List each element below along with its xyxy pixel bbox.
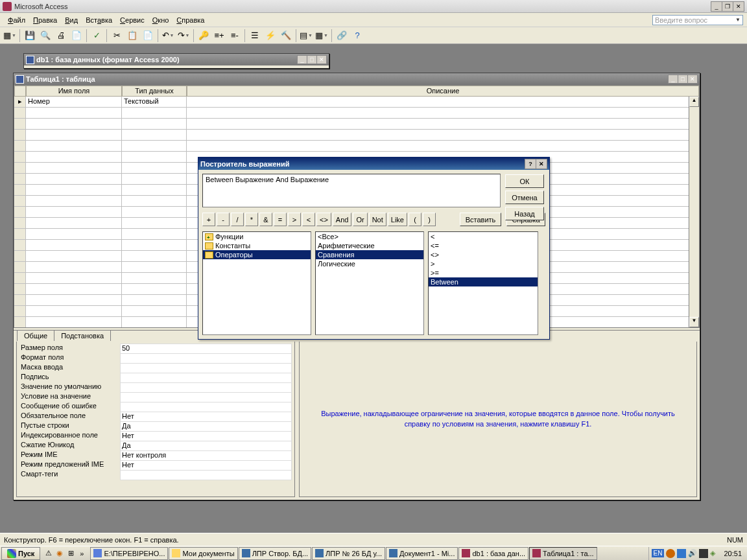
task-button[interactable]: E:\ПЕРЕВІРЕНО...	[90, 547, 168, 560]
field-type-cell[interactable]	[122, 119, 187, 130]
task-button[interactable]: db1 : база дан...	[458, 547, 528, 560]
field-type-cell[interactable]	[122, 229, 187, 240]
property-value[interactable]: Нет контроля	[120, 450, 292, 461]
db-window[interactable]: db1 : база данных (формат Access 2000) _…	[23, 53, 329, 69]
paste-button[interactable]: Вставить	[460, 213, 501, 226]
property-value[interactable]: Нет	[120, 460, 292, 471]
table-titlebar[interactable]: Таблица1 : таблица _ □ ✕	[14, 73, 700, 85]
row-selector[interactable]	[14, 295, 26, 306]
task-button[interactable]: Мои документы	[169, 547, 237, 560]
menu-window[interactable]: Окно	[148, 15, 173, 25]
property-row[interactable]: Пустые строкиДа	[19, 421, 292, 431]
scroll-down-button[interactable]: ▼	[689, 317, 699, 327]
tray-icon-3[interactable]: 🔊	[688, 549, 697, 558]
print-button[interactable]: 🖨	[54, 29, 68, 43]
op-<[interactable]: <	[302, 213, 315, 226]
ql-icon-3[interactable]: ⊞	[65, 548, 76, 559]
field-name-cell[interactable]	[26, 130, 122, 141]
field-name-cell[interactable]	[26, 240, 122, 251]
row-selector[interactable]	[14, 262, 26, 273]
ql-icon-2[interactable]: ◉	[54, 548, 65, 559]
field-name-cell[interactable]	[26, 174, 122, 185]
cut-button[interactable]: ✂	[110, 29, 124, 43]
field-desc-cell[interactable]	[187, 119, 699, 130]
list-item[interactable]: >=	[429, 268, 538, 277]
op-&[interactable]: &	[259, 213, 272, 226]
row-selector[interactable]	[14, 207, 26, 218]
field-name-cell[interactable]	[26, 218, 122, 229]
row-selector[interactable]	[14, 163, 26, 174]
op--[interactable]: -	[217, 213, 230, 226]
row-selector[interactable]	[14, 229, 26, 240]
list-item[interactable]: <=	[429, 241, 538, 250]
ql-icon-4[interactable]: »	[77, 548, 87, 559]
paste-button[interactable]: 📄	[141, 29, 155, 43]
op-+[interactable]: +	[202, 213, 215, 226]
insert-rows-button[interactable]: ≡+	[212, 29, 226, 43]
field-name-cell[interactable]	[26, 108, 122, 119]
field-type-cell[interactable]	[122, 108, 187, 119]
save-button[interactable]: 💾	[23, 29, 37, 43]
indexes-button[interactable]: ⚡	[263, 29, 278, 43]
row-selector[interactable]	[14, 273, 26, 284]
list-item[interactable]: <Все>	[316, 232, 423, 241]
spellcheck-button[interactable]: ✓	[89, 29, 104, 43]
view-button[interactable]: ▦▼	[3, 29, 17, 43]
op-)[interactable]: )	[423, 213, 436, 226]
minimize-button[interactable]: _	[711, 1, 722, 12]
list-item[interactable]: Between	[429, 277, 538, 286]
property-row[interactable]: Подпись	[19, 373, 292, 382]
row-selector[interactable]	[14, 152, 26, 163]
field-desc-cell[interactable]	[187, 130, 699, 141]
field-name-cell[interactable]	[26, 163, 122, 174]
field-row[interactable]	[14, 108, 699, 119]
field-type-cell[interactable]: Текстовый	[122, 97, 187, 108]
print-preview-button[interactable]: 📄	[69, 29, 84, 43]
row-selector[interactable]	[14, 108, 26, 119]
list-item[interactable]: Функции	[203, 232, 311, 241]
property-value[interactable]: 50	[120, 344, 292, 354]
field-type-cell[interactable]	[122, 207, 187, 218]
dialog-close-button[interactable]: ✕	[536, 159, 547, 169]
subcategory-list[interactable]: <Все>АрифметическиеСравненияЛогические	[315, 231, 424, 335]
op-not[interactable]: Not	[369, 213, 386, 226]
table-maximize-button[interactable]: □	[678, 75, 688, 84]
task-button[interactable]: Документ1 - Mi...	[386, 547, 458, 560]
op-or[interactable]: Or	[353, 213, 367, 226]
field-name-cell[interactable]: Номер	[26, 97, 122, 108]
menu-view[interactable]: Вид	[61, 15, 82, 25]
field-type-cell[interactable]	[122, 295, 187, 306]
field-type-cell[interactable]	[122, 185, 187, 196]
property-value[interactable]	[120, 402, 292, 412]
list-item[interactable]: <	[429, 232, 538, 241]
row-selector[interactable]: ▸	[14, 97, 26, 108]
field-name-cell[interactable]	[26, 207, 122, 218]
field-name-cell[interactable]	[26, 306, 122, 317]
property-value[interactable]	[120, 470, 292, 480]
op-<>[interactable]: <>	[316, 213, 331, 226]
op-and[interactable]: And	[333, 213, 352, 226]
field-name-cell[interactable]	[26, 317, 122, 327]
field-row[interactable]	[14, 119, 699, 130]
db-window-titlebar[interactable]: db1 : база данных (формат Access 2000) _…	[24, 54, 329, 65]
property-value[interactable]: Да	[120, 441, 292, 451]
field-type-cell[interactable]	[122, 251, 187, 262]
field-row[interactable]: ▸НомерТекстовый	[14, 97, 699, 108]
field-type-cell[interactable]	[122, 262, 187, 273]
row-selector[interactable]	[14, 284, 26, 295]
col-data-type[interactable]: Тип данных	[122, 86, 187, 97]
property-row[interactable]: Значение по умолчанию	[19, 382, 292, 392]
menu-file[interactable]: Файл	[4, 15, 29, 25]
ql-icon-1[interactable]: ⚠	[43, 548, 54, 559]
op->[interactable]: >	[288, 213, 301, 226]
list-item[interactable]: >	[429, 259, 538, 268]
row-selector[interactable]	[14, 251, 26, 262]
field-type-cell[interactable]	[122, 174, 187, 185]
row-selector[interactable]	[14, 119, 26, 130]
tab-general[interactable]: Общие	[17, 330, 54, 341]
task-button[interactable]: Таблица1 : та...	[529, 547, 597, 560]
dialog-titlebar[interactable]: Построитель выражений ? ✕	[198, 158, 549, 170]
task-button[interactable]: ЛПР Створ. БД...	[239, 547, 311, 560]
op-/[interactable]: /	[231, 213, 244, 226]
tray-icon-1[interactable]	[666, 549, 675, 558]
